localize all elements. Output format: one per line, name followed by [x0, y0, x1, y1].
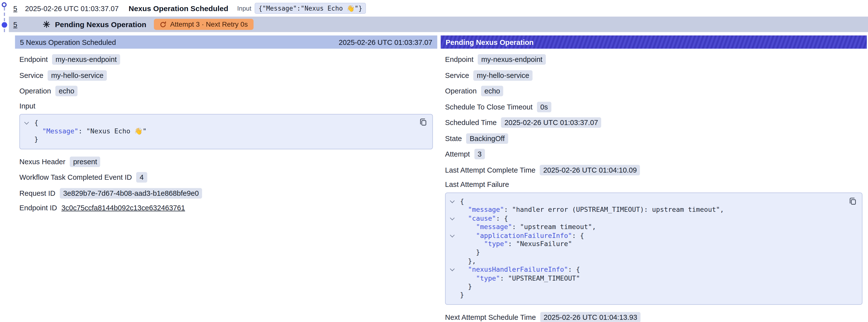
- field-label: Last Attempt Complete Time: [445, 166, 535, 174]
- field-request-id: Request ID 3e829b7e-7d67-4b08-aad3-b1e86…: [20, 188, 433, 198]
- event-input-label: Input: [237, 5, 251, 11]
- field-value-badge: my-hello-service: [473, 70, 532, 80]
- code-line: "Message": "Nexus Echo 👋": [20, 127, 413, 136]
- field-value-badge: 2025-02-26 UTC 01:03:37.07: [501, 117, 601, 128]
- pending-asterisk-icon: [43, 21, 50, 28]
- workflow-history-view: 5 2025-02-26 UTC 01:03:37.07 Nexus Opera…: [0, 0, 868, 322]
- field-value-badge: my-hello-service: [48, 70, 107, 80]
- field-schedule-to-close-timeout: Schedule To Close Timeout 0s: [445, 102, 863, 112]
- field-value-badge: BackingOff: [466, 133, 508, 144]
- pending-group-title: Pending Nexus Operation: [55, 20, 146, 29]
- code-line: }: [445, 249, 843, 257]
- input-json-code: { "Message": "Nexus Echo 👋"}: [20, 119, 413, 144]
- field-endpoint: Endpoint my-nexus-endpoint: [445, 54, 863, 65]
- pending-panel-body: Endpoint my-nexus-endpoint Service my-he…: [441, 49, 867, 322]
- field-label: Next Attempt Schedule Time: [445, 313, 536, 322]
- field-label: Endpoint: [20, 55, 48, 64]
- input-json-block: { "Message": "Nexus Echo 👋"}: [20, 114, 433, 149]
- pending-panel-header: Pending Nexus Operation: [441, 35, 867, 49]
- code-line: "cause": {: [445, 215, 843, 223]
- pending-panel-title: Pending Nexus Operation: [445, 38, 534, 46]
- field-label: Operation: [20, 87, 51, 95]
- timeline-node-dot-icon: [2, 22, 7, 28]
- copy-icon[interactable]: [848, 196, 858, 205]
- failure-json-block: { "message": "handler error (UPSTREAM_TI…: [445, 193, 863, 305]
- field-value-badge: 4: [136, 172, 147, 183]
- event-panel-time: 2025-02-26 UTC 01:03:37.07: [339, 38, 432, 46]
- field-last-attempt-complete-time: Last Attempt Complete Time 2025-02-26 UT…: [445, 164, 863, 175]
- pending-operation-panel: Pending Nexus Operation Endpoint my-nexu…: [441, 35, 867, 322]
- event-id-link[interactable]: 5: [13, 4, 17, 12]
- event-panel-body: Endpoint my-nexus-endpoint Service my-he…: [15, 49, 437, 212]
- field-service: Service my-hello-service: [445, 70, 863, 80]
- collapse-chevron-icon[interactable]: [450, 233, 455, 238]
- event-title: Nexus Operation Scheduled: [128, 4, 228, 12]
- field-operation: Operation echo: [20, 86, 433, 96]
- detail-panels: 5 Nexus Operation Scheduled 2025-02-26 U…: [15, 35, 868, 322]
- event-history-row[interactable]: 5 2025-02-26 UTC 01:03:37.07 Nexus Opera…: [9, 0, 868, 17]
- code-line: "message": "handler error (UPSTREAM_TIME…: [445, 206, 843, 215]
- input-section-label: Input: [20, 102, 433, 110]
- field-endpoint-id: Endpoint ID 3c0c75ccfa8144b092c13ce63246…: [20, 204, 433, 212]
- pending-group-id-link[interactable]: 5: [13, 20, 17, 29]
- code-line: }: [445, 291, 843, 300]
- field-label: Service: [20, 71, 43, 79]
- pending-group-row[interactable]: 5 Pending Nexus Operation Attempt 3 · Ne…: [9, 17, 868, 32]
- field-value-badge: my-nexus-endpoint: [52, 54, 120, 65]
- event-panel-header: 5 Nexus Operation Scheduled 2025-02-26 U…: [15, 35, 437, 49]
- code-line: "type": "NexusFailure": [445, 240, 843, 249]
- timeline-rail: [0, 0, 9, 39]
- retry-status-label: Attempt 3 · Next Retry 0s: [170, 21, 248, 28]
- field-label: Scheduled Time: [445, 118, 497, 127]
- field-label: Workflow Task Completed Event ID: [20, 173, 132, 182]
- field-service: Service my-hello-service: [20, 70, 433, 80]
- field-value-badge: echo: [481, 86, 503, 96]
- refresh-icon: [160, 21, 167, 28]
- failure-section-label: Last Attempt Failure: [445, 180, 863, 189]
- field-workflow-task-completed-event-id: Workflow Task Completed Event ID 4: [20, 172, 433, 183]
- field-value-badge: 3e829b7e-7d67-4b08-aad3-b1e868bfe9e0: [60, 188, 202, 198]
- timeline-connector-line: [4, 7, 5, 32]
- collapse-chevron-icon[interactable]: [450, 216, 455, 221]
- code-line: {: [445, 197, 843, 206]
- field-label: Service: [445, 71, 469, 79]
- field-value-badge: 3: [474, 149, 485, 160]
- code-line: }: [445, 283, 843, 291]
- field-value-badge: 0s: [537, 102, 551, 112]
- code-line: "type": "UPSTREAM_TIMEOUT": [445, 274, 843, 283]
- field-endpoint: Endpoint my-nexus-endpoint: [20, 54, 433, 65]
- event-timestamp: 2025-02-26 UTC 01:03:37.07: [25, 4, 118, 12]
- field-value-badge: echo: [56, 86, 78, 96]
- field-operation: Operation echo: [445, 86, 863, 96]
- field-label: Attempt: [445, 150, 470, 158]
- code-line: }: [20, 136, 413, 144]
- field-value-badge: my-nexus-endpoint: [478, 54, 546, 65]
- event-panel-title: 5 Nexus Operation Scheduled: [20, 38, 116, 46]
- field-state: State BackingOff: [445, 133, 863, 144]
- collapse-chevron-icon[interactable]: [24, 120, 29, 125]
- retry-status-badge: Attempt 3 · Next Retry 0s: [154, 19, 253, 30]
- collapse-chevron-icon[interactable]: [450, 267, 455, 272]
- code-line: "message": "upstream timeout",: [445, 223, 843, 232]
- field-label: Nexus Header: [20, 158, 65, 166]
- code-line: "nexusHandlerFailureInfo": {: [445, 265, 843, 274]
- timeline-node-circle-icon: [2, 2, 7, 7]
- field-label: Request ID: [20, 189, 56, 197]
- event-input-chip: {"Message":"Nexus Echo 👋"}: [255, 3, 366, 14]
- event-detail-panel: 5 Nexus Operation Scheduled 2025-02-26 U…: [15, 35, 437, 322]
- collapse-chevron-icon[interactable]: [450, 199, 455, 204]
- field-label: Endpoint ID: [20, 204, 57, 212]
- code-line: },: [445, 257, 843, 266]
- field-label: State: [445, 134, 462, 142]
- endpoint-id-link[interactable]: 3c0c75ccfa8144b092c13ce632463761: [61, 204, 185, 212]
- field-value-badge: 2025-02-26 UTC 01:04:10.09: [540, 164, 640, 175]
- field-value-badge: 2025-02-26 UTC 01:04:13.93: [540, 312, 641, 322]
- failure-json-code: { "message": "handler error (UPSTREAM_TI…: [445, 197, 843, 300]
- field-nexus-header: Nexus Header present: [20, 156, 433, 167]
- field-label: Endpoint: [445, 55, 473, 64]
- code-line: {: [20, 119, 413, 127]
- field-next-attempt-schedule-time: Next Attempt Schedule Time 2025-02-26 UT…: [445, 312, 863, 322]
- copy-icon[interactable]: [419, 118, 428, 127]
- field-value-badge: present: [70, 156, 100, 167]
- code-line: "applicationFailureInfo": {: [445, 231, 843, 240]
